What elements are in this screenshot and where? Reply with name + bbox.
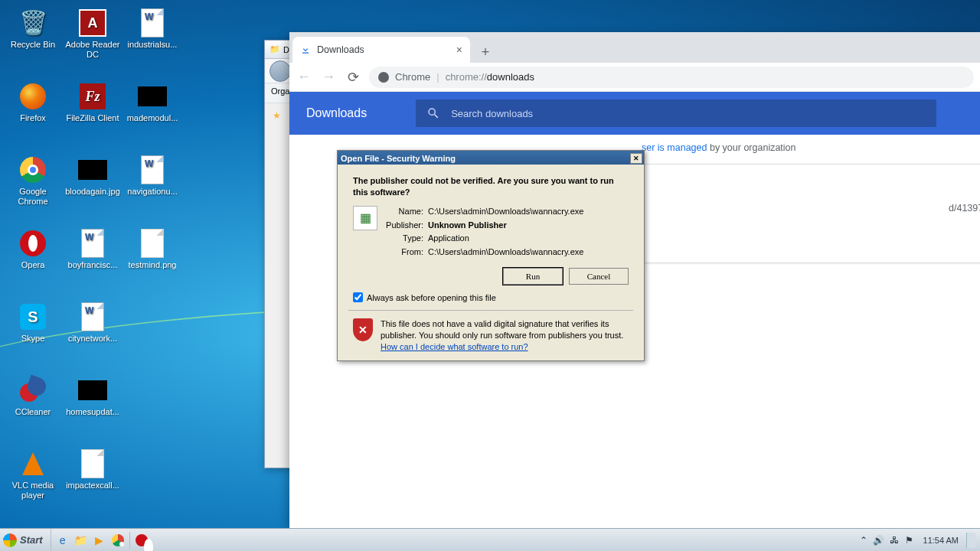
type-label: Type: xyxy=(385,233,428,244)
downloads-search[interactable] xyxy=(416,99,936,127)
dialog-titlebar[interactable]: Open File - Security Warning ✕ xyxy=(338,151,644,165)
ccleaner-icon xyxy=(20,377,46,403)
network-icon[interactable]: 🖧 xyxy=(888,534,900,546)
desktop-icon-skype[interactable]: SSkype xyxy=(5,298,61,369)
warning-help-link[interactable]: How can I decide what software to run? xyxy=(381,342,528,351)
search-icon xyxy=(426,106,440,120)
always-ask-label[interactable]: Always ask before opening this file xyxy=(367,293,496,302)
warning-text: This file does not have a valid digital … xyxy=(381,319,623,340)
desktop-icon-ccleaner[interactable]: CCleaner xyxy=(5,372,61,442)
reload-button[interactable]: ⟳ xyxy=(345,69,361,86)
word-doc-icon xyxy=(141,155,164,184)
start-button[interactable]: Start xyxy=(0,529,51,552)
omnibox-path: downloads xyxy=(487,71,534,83)
forward-button[interactable]: → xyxy=(320,69,337,86)
download-icon xyxy=(300,44,311,55)
opera-icon xyxy=(20,230,46,256)
firefox-icon xyxy=(20,83,46,109)
dialog-title: Open File - Security Warning xyxy=(341,154,456,163)
dialog-question: The publisher could not be verified. Are… xyxy=(353,175,629,198)
ql-explorer[interactable]: 📁 xyxy=(73,532,90,549)
download-url-fragment: d/41397.exe xyxy=(949,203,980,214)
desktop-icon-filezilla[interactable]: FzFileZilla Client xyxy=(64,78,121,148)
run-button[interactable]: Run xyxy=(503,268,563,285)
ql-ie[interactable]: e xyxy=(54,532,71,549)
taskbar-opera[interactable] xyxy=(133,532,150,549)
explorer-back-button[interactable] xyxy=(270,60,291,82)
downloads-header: Downloads xyxy=(289,92,980,135)
image-icon xyxy=(78,380,107,400)
vlc-icon xyxy=(22,452,44,475)
desktop-icon-mademodul[interactable]: mademodul... xyxy=(124,78,181,148)
tray-expand-icon[interactable]: ⌃ xyxy=(858,534,870,546)
desktop-icon-bloodagain[interactable]: bloodagain.jpg xyxy=(64,152,121,222)
desktop-icon-boyfrancisc[interactable]: boyfrancisc... xyxy=(64,225,121,295)
folder-icon: 📁 xyxy=(74,534,87,546)
desktop-icon-vlc[interactable]: VLC media player xyxy=(5,445,61,516)
site-info-icon[interactable] xyxy=(378,72,389,83)
chrome-tab-downloads[interactable]: Downloads × xyxy=(292,37,470,63)
search-downloads-input[interactable] xyxy=(451,108,926,119)
desktop-icon-citynetwork[interactable]: citynetwork... xyxy=(64,298,121,369)
managed-banner: ser is managed by your organization xyxy=(642,135,796,153)
ql-media[interactable]: ▶ xyxy=(91,532,108,549)
managed-link[interactable]: ser is managed xyxy=(642,142,707,153)
taskbar-clock[interactable]: 11:54 AM xyxy=(919,536,963,545)
system-tray: ⌃ 🔊 🖧 ⚑ 11:54 AM xyxy=(853,533,980,548)
type-value: Application xyxy=(428,233,629,244)
desktop-icon-firefox[interactable]: Firefox xyxy=(5,78,61,148)
file-icon xyxy=(141,229,164,258)
word-doc-icon xyxy=(81,229,104,258)
cancel-button[interactable]: Cancel xyxy=(569,268,629,285)
quick-launch: e 📁 ▶ xyxy=(51,532,130,549)
chrome-tabstrip: Downloads × + xyxy=(289,32,980,63)
from-value: C:\Users\admin\Downloads\wannacry.exe xyxy=(428,246,629,258)
folder-icon: 📁 xyxy=(270,44,280,54)
new-tab-button[interactable]: + xyxy=(475,41,496,63)
organize-button[interactable]: Orga xyxy=(271,86,289,96)
from-label: From: xyxy=(385,246,428,258)
image-icon xyxy=(78,160,107,180)
desktop: 🗑️Recycle Bin Firefox Google Chrome Oper… xyxy=(0,0,260,528)
desktop-icon-industrialsu[interactable]: industrialsu... xyxy=(124,5,181,75)
image-icon xyxy=(138,86,167,106)
desktop-icon-adobe-reader[interactable]: AAdobe Reader DC xyxy=(64,5,121,75)
volume-icon[interactable]: 🔊 xyxy=(873,534,885,546)
name-value: C:\Users\admin\Downloads\wannacry.exe xyxy=(428,206,629,217)
always-ask-checkbox[interactable] xyxy=(353,292,363,302)
back-button[interactable]: ← xyxy=(296,69,312,86)
filezilla-icon: Fz xyxy=(80,83,106,109)
name-label: Name: xyxy=(385,206,428,217)
desktop-icon-homesupdat[interactable]: homesupdat... xyxy=(64,372,121,442)
chrome-icon xyxy=(112,534,124,546)
show-desktop-button[interactable] xyxy=(966,533,975,548)
word-doc-icon xyxy=(141,8,164,37)
dialog-close-button[interactable]: ✕ xyxy=(630,153,642,164)
adobe-icon: A xyxy=(79,9,106,37)
omnibox-app-label: Chrome xyxy=(395,71,430,83)
recycle-bin-icon: 🗑️ xyxy=(19,10,47,37)
security-warning-dialog: Open File - Security Warning ✕ The publi… xyxy=(337,150,645,361)
desktop-icon-impactexcall[interactable]: impactexcall... xyxy=(64,445,121,516)
tab-close-button[interactable]: × xyxy=(456,44,462,56)
desktop-icon-navigationu[interactable]: navigationu... xyxy=(124,152,181,222)
taskbar: Start e 📁 ▶ ⌃ 🔊 🖧 ⚑ 11:54 AM xyxy=(0,528,980,551)
omnibox-scheme: chrome:// xyxy=(446,71,487,83)
chrome-toolbar: ← → ⟳ Chrome | chrome://downloads xyxy=(289,63,980,92)
flag-icon[interactable]: ⚑ xyxy=(903,534,916,546)
ql-chrome[interactable] xyxy=(109,532,126,549)
star-icon: ★ xyxy=(273,110,281,121)
skype-icon: S xyxy=(20,304,46,330)
desktop-icon-testmind[interactable]: testmind.png xyxy=(124,225,181,295)
omnibox[interactable]: Chrome | chrome://downloads xyxy=(369,67,974,88)
chrome-tab-label: Downloads xyxy=(317,44,364,55)
downloads-title: Downloads xyxy=(306,106,367,120)
desktop-icon-recycle-bin[interactable]: 🗑️Recycle Bin xyxy=(5,5,61,75)
download-card[interactable]: d/41397.exe × xyxy=(642,164,980,263)
opera-icon xyxy=(136,534,148,546)
shield-icon: ✕ xyxy=(353,318,373,341)
file-icon xyxy=(81,449,104,478)
desktop-icon-opera[interactable]: Opera xyxy=(5,225,61,295)
word-doc-icon xyxy=(81,302,104,331)
desktop-icon-google-chrome[interactable]: Google Chrome xyxy=(5,152,61,222)
